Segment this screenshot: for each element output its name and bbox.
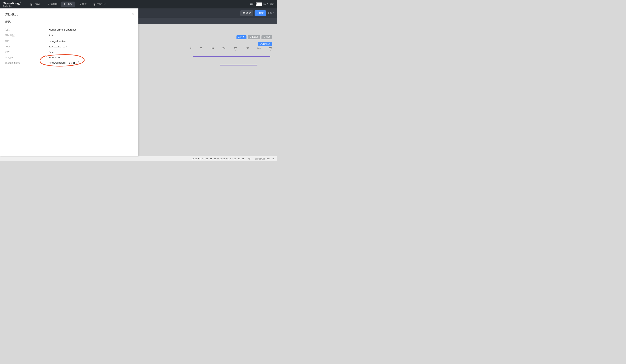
panel-title: 跨度信息 [5, 12, 134, 17]
more-toggle[interactable]: 更多 ⌃ [268, 11, 274, 15]
auto-label: 自动 [250, 3, 255, 6]
tick: 50 [200, 47, 202, 51]
nav-label: 仪表盘 [34, 3, 40, 6]
search-label: 搜索 [259, 11, 264, 15]
detail-key: 组件: [5, 39, 49, 43]
section-label: 标记. [5, 20, 134, 24]
tick-label: 300 [257, 47, 261, 49]
detail-value: mongodb-driver [49, 39, 66, 43]
detail-value: MongoDB/FindOperation [49, 28, 77, 31]
tick-label: 100 [210, 47, 214, 49]
span-info-panel: × 跨度信息 标记. 端点: MongoDB/FindOperation 跨度类… [0, 8, 138, 156]
detail-key: 端点: [5, 28, 49, 31]
nav-label: 指标对比 [97, 3, 106, 6]
detail-value: false [49, 50, 54, 54]
tick: 300 [257, 47, 261, 51]
nav-label: 拓扑图 [51, 3, 57, 6]
view-table[interactable]: ▤表格 [262, 35, 272, 39]
tick: 350 [269, 47, 272, 51]
logo-text: Skywalking⟩ [3, 1, 21, 5]
topology-icon: ▯ [47, 3, 49, 5]
detail-row: db.statement: FindOperation {"_id": 1} [5, 60, 134, 65]
list-icon: ≡ [238, 36, 239, 39]
view-label: 树结构 [252, 36, 258, 39]
nav-compare[interactable]: ▙指标对比 [91, 1, 109, 7]
detail-row: 组件: mongodb-driver [5, 38, 134, 44]
nav-topology[interactable]: ▯拓扑图 [44, 1, 60, 7]
timeline-axis: 0 50 100 150 200 250 300 350 [190, 47, 272, 51]
topnav-right: 自动 秒 ⟳ 刷新 [250, 2, 274, 6]
refresh-label: 刷新 [270, 3, 274, 6]
chevron-up-icon: ⌃ [273, 12, 274, 14]
close-circle-icon: ✕ [243, 12, 245, 14]
search-button[interactable]: ⌕ 搜索 [255, 10, 266, 16]
tick-label: 150 [222, 47, 226, 49]
tick-label: 200 [234, 47, 237, 49]
refresh-button[interactable]: ⟳ 刷新 [267, 3, 274, 6]
time-range[interactable]: 2020-01-04 18:35:40 ~ 2020-01-04 18:50:4… [192, 157, 244, 160]
timezone: 服务器时区 UTC +8 [255, 157, 274, 160]
chart-icon: ▙ [30, 3, 33, 5]
nav-trace[interactable]: ⊢追踪 [61, 1, 75, 7]
tick-label: 50 [200, 47, 202, 49]
status-bar: 2020-01-04 18:35:40 ~ 2020-01-04 18:50:4… [0, 156, 277, 161]
detail-row: 跨度类型: Exit [5, 33, 134, 38]
logo: Skywalking⟩ Rocketbot [3, 1, 21, 7]
detail-value: FindOperation {"_id": 1} [49, 61, 79, 64]
db-statement: FindOperation {"_id": 1} [49, 61, 75, 64]
table-icon: ▤ [263, 36, 265, 39]
tick: 100 [210, 47, 214, 51]
detail-row: 失败: false [5, 49, 134, 55]
copy-icon[interactable] [77, 62, 79, 64]
tree-icon: ⊞ [250, 36, 251, 39]
clear-button[interactable]: ✕ 清空 [240, 10, 253, 16]
clear-label: 清空 [246, 11, 251, 15]
tick: 250 [246, 47, 249, 51]
tick: 200 [234, 47, 237, 51]
nav-dashboard[interactable]: ▙仪表盘 [28, 1, 43, 7]
export-button[interactable]: 导出为图片 [258, 42, 272, 46]
unit-label: 秒 [263, 3, 266, 6]
nav-label: 告警 [82, 3, 87, 6]
detail-key: 失败: [5, 50, 49, 54]
tick-label: 350 [269, 47, 272, 49]
detail-row: Peer: 127.0.0.1:27017 [5, 44, 134, 49]
alarm-icon: ◷ [79, 3, 81, 5]
nav-alarm[interactable]: ◷告警 [76, 1, 89, 7]
span-bar[interactable] [220, 65, 257, 66]
detail-row: db.type: MongoDB [5, 55, 134, 60]
view-tabs: ≡列表 ⊞树结构 ▤表格 [236, 35, 272, 39]
view-label: 表格 [266, 36, 270, 39]
detail-row: 端点: MongoDB/FindOperation [5, 27, 134, 33]
detail-value: MongoDB [49, 56, 60, 59]
span-bar[interactable] [193, 56, 270, 57]
interval-input[interactable] [256, 2, 262, 6]
search-icon: ⌕ [257, 12, 258, 14]
refresh-icon: ⟳ [267, 3, 269, 5]
trace-icon: ⊢ [64, 3, 66, 5]
detail-key: db.type: [5, 56, 49, 59]
close-button[interactable]: × [132, 12, 134, 16]
detail-value: 127.0.0.1:27017 [49, 45, 67, 48]
nav-label: 追踪 [68, 3, 72, 6]
view-list[interactable]: ≡列表 [236, 35, 246, 39]
tick-label: 250 [246, 47, 249, 49]
locale[interactable]: 中 [248, 157, 250, 160]
export-label: 导出为图片 [260, 43, 270, 45]
logo-subtitle: Rocketbot [3, 5, 21, 7]
tick: 0 [190, 47, 192, 51]
view-tree[interactable]: ⊞树结构 [248, 35, 260, 39]
top-nav: Skywalking⟩ Rocketbot ▙仪表盘 ▯拓扑图 ⊢追踪 ◷告警 … [0, 0, 277, 8]
detail-key: db.statement: [5, 61, 49, 64]
detail-key: 跨度类型: [5, 33, 49, 37]
tick: 150 [222, 47, 226, 51]
view-label: 列表 [240, 36, 244, 39]
detail-value: Exit [49, 33, 53, 37]
detail-key: Peer: [5, 45, 49, 48]
tick-label: 0 [190, 47, 192, 49]
nav-items: ▙仪表盘 ▯拓扑图 ⊢追踪 ◷告警 ▙指标对比 [28, 1, 109, 7]
compare-icon: ▙ [93, 3, 96, 5]
more-label: 更多 [268, 11, 272, 15]
